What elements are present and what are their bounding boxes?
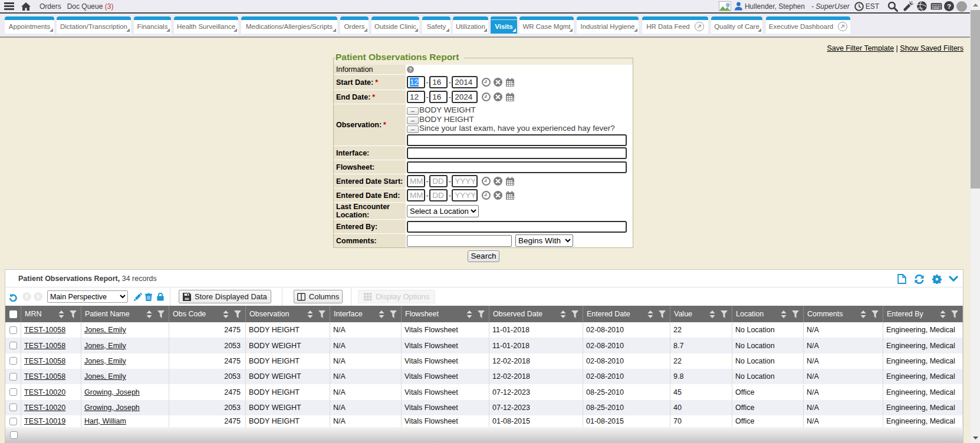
svg-text:?: ?	[409, 67, 412, 72]
svg-text:?: ?	[947, 2, 951, 10]
